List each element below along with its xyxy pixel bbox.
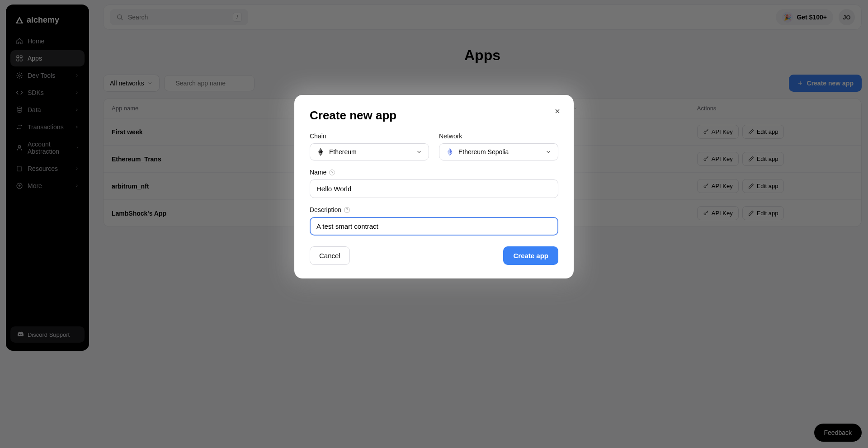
close-icon [554, 108, 561, 115]
modal-title: Create new app [310, 108, 558, 123]
modal-close-button[interactable] [551, 105, 564, 118]
chain-value: Ethereum [329, 148, 357, 156]
name-label: Name ? [310, 169, 558, 176]
chevron-down-icon [416, 149, 422, 155]
app-description-input[interactable] [310, 217, 558, 236]
modal-overlay[interactable]: Create new app Chain Ethereum Network Et… [0, 0, 868, 448]
help-icon[interactable]: ? [344, 207, 350, 213]
ethereum-icon [446, 148, 454, 156]
create-app-modal: Create new app Chain Ethereum Network Et… [294, 95, 574, 278]
chain-label: Chain [310, 132, 429, 140]
ethereum-icon [316, 148, 325, 156]
network-select[interactable]: Ethereum Sepolia [439, 143, 558, 160]
help-icon[interactable]: ? [329, 170, 335, 175]
network-label: Network [439, 132, 558, 140]
cancel-button[interactable]: Cancel [310, 246, 350, 265]
app-name-input[interactable] [310, 179, 558, 198]
chevron-down-icon [545, 149, 552, 155]
chain-select[interactable]: Ethereum [310, 143, 429, 160]
description-label: Description ? [310, 206, 558, 213]
network-value: Ethereum Sepolia [458, 148, 509, 156]
create-app-submit-button[interactable]: Create app [503, 246, 558, 265]
